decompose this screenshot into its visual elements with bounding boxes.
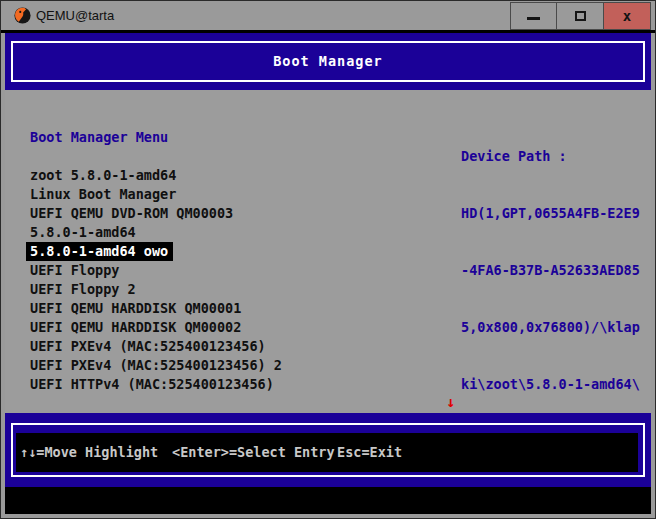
boot-entry-dvd-rom[interactable]: UEFI QEMU DVD-ROM QM00003 [30, 204, 233, 223]
device-path-line: -4FA6-B37B-A52633AED85 [461, 261, 647, 280]
close-icon: x [623, 9, 631, 23]
boot-entry-label: UEFI PXEv4 (MAC:525400123456) [30, 337, 266, 356]
maximize-icon [575, 11, 586, 21]
boot-entry-floppy-2[interactable]: UEFI Floppy 2 [30, 280, 136, 299]
device-path-line: ki\zoot\5.8.0-1-amd64\ [461, 375, 647, 394]
boot-entry-zoot[interactable]: zoot 5.8.0-1-amd64 [30, 166, 176, 185]
window-title: QEMU@tarta [36, 8, 114, 23]
device-path-line: HD(1,GPT,0655A4FB-E2E9 [461, 204, 647, 223]
boot-entry-label: UEFI HTTPv4 (MAC:525400123456) [30, 375, 274, 394]
boot-entry-label: zoot 5.8.0-1-amd64 [30, 166, 176, 185]
boot-entry-label: 5.8.0-1-amd64 [30, 223, 136, 242]
boot-entry-label: UEFI QEMU HARDDISK QM00002 [30, 318, 241, 337]
boot-entry-harddisk-2[interactable]: UEFI QEMU HARDDISK QM00002 [30, 318, 241, 337]
qemu-logo-icon [14, 7, 31, 24]
help-move-highlight: ↑↓=Move Highlight [20, 433, 158, 472]
boot-entry-label: 5.8.0-1-amd64 owo [26, 242, 173, 261]
qemu-window: QEMU@tarta x Boot Manager Boot Manager M… [1, 1, 655, 518]
scroll-down-arrow-icon: ↓ [446, 394, 455, 413]
boot-entry-label: Linux Boot Manager [30, 185, 176, 204]
minimize-icon [527, 17, 540, 20]
boot-entry-pxev4-2[interactable]: UEFI PXEv4 (MAC:525400123456) 2 [30, 356, 282, 375]
device-path-line: 5,0x800,0x76800)/\klap [461, 318, 647, 337]
close-button[interactable]: x [604, 2, 651, 30]
boot-entry-harddisk-1[interactable]: UEFI QEMU HARDDISK QM00001 [30, 299, 241, 318]
boot-entry-amd64-owo-selected[interactable]: 5.8.0-1-amd64 owo [30, 242, 173, 261]
boot-manager-header: Boot Manager [5, 33, 651, 90]
page-title: Boot Manager [11, 41, 645, 82]
boot-entry-label: UEFI PXEv4 (MAC:525400123456) 2 [30, 356, 282, 375]
window-controls: x [510, 2, 651, 30]
maximize-button[interactable] [557, 2, 604, 30]
help-bar-inner: ↑↓=Move Highlight <Enter>=Select Entry E… [16, 433, 638, 472]
boot-entry-label: UEFI QEMU DVD-ROM QM00003 [30, 204, 233, 223]
boot-entry-pxev4[interactable]: UEFI PXEv4 (MAC:525400123456) [30, 337, 266, 356]
help-bar: ↑↓=Move Highlight <Enter>=Select Entry E… [5, 413, 651, 487]
boot-entry-linux-boot-manager[interactable]: Linux Boot Manager [30, 185, 176, 204]
boot-entry-httpv4[interactable]: UEFI HTTPv4 (MAC:525400123456) [30, 375, 274, 394]
uefi-boot-manager-screen: Boot Manager Boot Manager Menu zoot 5.8.… [5, 33, 651, 514]
desktop: { "window": { "title": "QEMU@tarta", "co… [0, 0, 656, 519]
boot-entry-label: UEFI Floppy 2 [30, 280, 136, 299]
window-titlebar[interactable]: QEMU@tarta x [1, 1, 655, 30]
boot-manager-menu-heading: Boot Manager Menu [30, 128, 168, 147]
screen-bottom-margin [5, 487, 651, 514]
boot-entry-label: UEFI QEMU HARDDISK QM00001 [30, 299, 241, 318]
help-select-entry: <Enter>=Select Entry [172, 433, 335, 472]
boot-entry-label: UEFI Floppy [30, 261, 119, 280]
boot-entry-floppy[interactable]: UEFI Floppy [30, 261, 119, 280]
boot-entry-amd64[interactable]: 5.8.0-1-amd64 [30, 223, 136, 242]
help-exit: Esc=Exit [337, 433, 402, 472]
minimize-button[interactable] [510, 2, 557, 30]
device-path-label: Device Path : [461, 147, 647, 166]
